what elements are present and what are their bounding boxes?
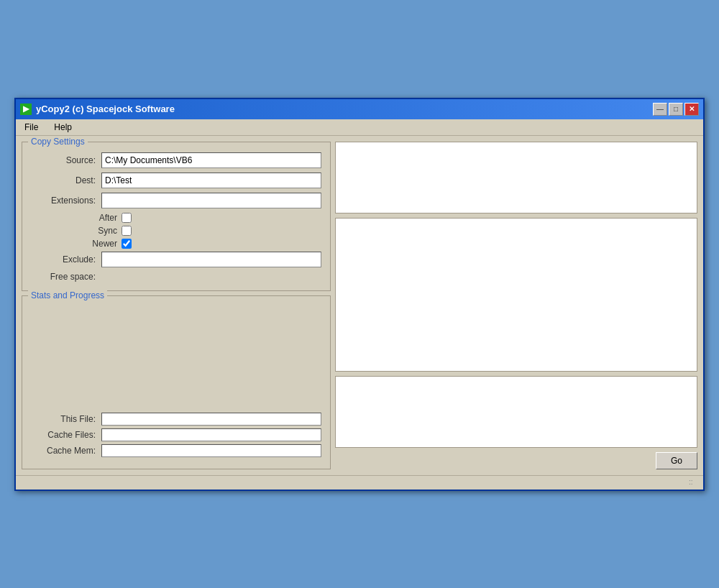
- title-bar: ▶ yCopy2 (c) Spacejock Software — □ ✕: [16, 99, 703, 119]
- resize-grip: ::: [689, 478, 697, 487]
- copy-settings-group: Copy Settings Source: Dest: Extensions: [22, 142, 331, 291]
- main-content: Copy Settings Source: Dest: Extensions: [16, 136, 703, 475]
- sync-row: Sync: [81, 226, 321, 236]
- source-label: Source:: [31, 155, 96, 165]
- dest-row: Dest:: [31, 173, 321, 188]
- source-input[interactable]: [101, 152, 321, 168]
- newer-row: Newer: [81, 239, 321, 249]
- app-icon: ▶: [20, 104, 32, 115]
- left-panel: Copy Settings Source: Dest: Extensions: [22, 142, 331, 469]
- cache-files-row: Cache Files:: [31, 428, 321, 441]
- newer-checkbox[interactable]: [122, 239, 132, 249]
- menu-file[interactable]: File: [20, 121, 42, 134]
- cache-mem-label: Cache Mem:: [31, 446, 96, 456]
- sync-label: Sync: [81, 226, 117, 236]
- exclude-input[interactable]: [101, 252, 321, 267]
- status-bar: ::: [16, 475, 703, 490]
- maximize-button[interactable]: □: [669, 103, 683, 116]
- dest-label: Dest:: [31, 175, 96, 185]
- log-area-bottom[interactable]: [335, 376, 697, 448]
- after-checkbox[interactable]: [122, 213, 132, 223]
- minimize-button[interactable]: —: [653, 103, 667, 116]
- extensions-row: Extensions:: [31, 193, 321, 208]
- title-buttons: — □ ✕: [653, 103, 699, 116]
- exclude-row: Exclude:: [31, 252, 321, 267]
- extensions-input[interactable]: [101, 193, 321, 208]
- sync-checkbox[interactable]: [122, 226, 132, 236]
- this-file-label: This File:: [31, 414, 96, 424]
- this-file-bar: [101, 413, 321, 426]
- free-space-label: Free space:: [31, 272, 96, 282]
- log-area-middle[interactable]: [335, 218, 697, 372]
- log-area-top[interactable]: [335, 142, 697, 213]
- button-row: Go: [335, 452, 697, 469]
- cache-mem-row: Cache Mem:: [31, 444, 321, 457]
- exclude-label: Exclude:: [31, 254, 96, 265]
- right-panel: Go: [335, 142, 697, 469]
- newer-label: Newer: [81, 239, 117, 249]
- after-row: After: [81, 213, 321, 223]
- window-title: yCopy2 (c) Spacejock Software: [36, 104, 175, 114]
- cache-mem-bar: [101, 444, 321, 457]
- go-button[interactable]: Go: [656, 452, 697, 469]
- free-space-row: Free space:: [31, 272, 321, 282]
- this-file-row: This File:: [31, 413, 321, 426]
- copy-settings-label: Copy Settings: [28, 137, 88, 147]
- right-boxes: Go: [335, 142, 697, 469]
- title-bar-left: ▶ yCopy2 (c) Spacejock Software: [20, 104, 175, 115]
- menu-help[interactable]: Help: [50, 121, 76, 134]
- menu-bar: File Help: [16, 119, 703, 136]
- stats-progress-group: Stats and Progress This File: Cache File…: [22, 295, 331, 469]
- cache-files-bar: [101, 428, 321, 441]
- source-row: Source:: [31, 152, 321, 168]
- cache-files-label: Cache Files:: [31, 430, 96, 440]
- stats-label: Stats and Progress: [28, 290, 107, 300]
- main-window: ▶ yCopy2 (c) Spacejock Software — □ ✕ Fi…: [14, 98, 705, 491]
- dest-input[interactable]: [101, 173, 321, 188]
- after-label: After: [81, 213, 117, 223]
- close-button[interactable]: ✕: [684, 103, 699, 116]
- extensions-label: Extensions:: [31, 196, 96, 206]
